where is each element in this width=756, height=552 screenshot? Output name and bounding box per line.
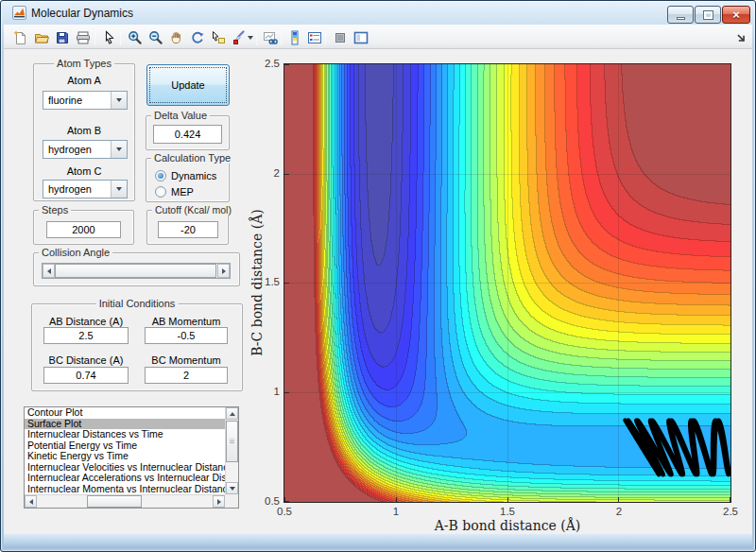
- colorbar-button[interactable]: [285, 28, 303, 46]
- atom-a-value: fluorine: [48, 95, 82, 106]
- cutoff-panel: Cutoff (Kcal/ mol) -20: [146, 210, 229, 245]
- print-icon: [76, 30, 91, 45]
- steps-title: Steps: [39, 204, 71, 216]
- show-plot-tools-button[interactable]: [352, 28, 369, 46]
- cutoff-field[interactable]: -20: [158, 221, 218, 238]
- scroll-up-button[interactable]: [226, 407, 238, 420]
- bc-distance-field[interactable]: 0.74: [43, 367, 129, 384]
- zoom-out-button[interactable]: [146, 28, 164, 46]
- zoom-in-button[interactable]: [126, 28, 144, 46]
- slider-left-arrow-button[interactable]: [43, 264, 55, 278]
- listbox-vertical-scrollbar[interactable]: [225, 407, 238, 494]
- atom-c-value: hydrogen: [48, 183, 92, 195]
- ab-distance-field[interactable]: 2.5: [43, 327, 129, 344]
- scroll-down-button[interactable]: [226, 482, 238, 494]
- x-tick-label: 2: [600, 506, 638, 517]
- print-button[interactable]: [74, 28, 92, 46]
- plot-type-listbox[interactable]: Contour PlotSurface PlotInternuclear Dis…: [24, 406, 239, 509]
- data-cursor-icon: [211, 30, 226, 45]
- listbox-horizontal-scrollbar[interactable]: [25, 494, 225, 508]
- scroll-right-button[interactable]: [213, 495, 225, 508]
- hide-plot-tools-icon: [333, 30, 348, 45]
- maximize-icon: [704, 11, 713, 19]
- pes-plot-axes[interactable]: [284, 63, 731, 503]
- dropdown-button[interactable]: [111, 181, 127, 198]
- link-plot-button[interactable]: [261, 28, 279, 46]
- dock-figure-icon: [734, 31, 747, 44]
- atom-b-dropdown[interactable]: hydrogen: [43, 140, 128, 159]
- dropdown-button[interactable]: [111, 141, 127, 158]
- list-item[interactable]: Kinetic Energy vs Time: [25, 451, 225, 462]
- list-item[interactable]: Potential Energy vs Time: [25, 440, 225, 452]
- ab-momentum-field[interactable]: -0.5: [145, 327, 228, 344]
- scroll-left-button[interactable]: [25, 495, 37, 508]
- horizontal-scroll-thumb[interactable]: [87, 495, 142, 508]
- collision-angle-slider[interactable]: [42, 263, 231, 279]
- bc-momentum-label: BC Momentum: [145, 354, 228, 366]
- atom-c-dropdown[interactable]: hydrogen: [43, 180, 128, 198]
- contour-plot-canvas[interactable]: [284, 64, 730, 502]
- colorbar-icon: [287, 30, 302, 45]
- update-button[interactable]: Update: [146, 64, 230, 106]
- dropdown-button[interactable]: [111, 92, 127, 109]
- atom-b-value: hydrogen: [48, 144, 92, 155]
- delta-value-panel: Delta Value 0.424: [146, 115, 230, 150]
- toolbar-separator: [325, 29, 326, 45]
- slider-thumb[interactable]: [55, 264, 216, 278]
- arrow-up-icon: [230, 412, 235, 416]
- window-bottom-border: [4, 534, 752, 548]
- chevron-down-icon: [116, 98, 122, 102]
- legend-icon: [307, 30, 322, 45]
- list-item[interactable]: Contour Plot: [25, 407, 225, 419]
- steps-field[interactable]: 2000: [46, 221, 121, 238]
- mep-radio[interactable]: [155, 186, 166, 198]
- y-tick-label: 0.5: [248, 495, 280, 507]
- atom-b-label: Atom B: [34, 125, 134, 136]
- new-file-button[interactable]: [11, 28, 29, 46]
- open-file-button[interactable]: [32, 28, 50, 46]
- x-tick-label: 1.5: [489, 506, 526, 517]
- collision-angle-title: Collision Angle: [39, 247, 112, 258]
- vertical-scroll-thumb[interactable]: [226, 421, 238, 462]
- brush-menu-button[interactable]: [245, 28, 255, 46]
- list-item[interactable]: Surface Plot: [25, 419, 225, 430]
- toolbar-separator: [281, 29, 282, 45]
- slider-right-arrow-button[interactable]: [217, 264, 230, 278]
- minimize-icon: [677, 17, 685, 20]
- list-item[interactable]: Internuclear Accelerations vs Internucle…: [25, 473, 225, 484]
- atom-types-title: Atom Types: [54, 58, 114, 69]
- dynamics-radio[interactable]: [155, 170, 166, 181]
- steps-panel: Steps 2000: [33, 210, 134, 245]
- brush-menu-caret-icon: [248, 36, 253, 40]
- list-item[interactable]: Internuclear Momenta vs Internuclear Dis…: [25, 484, 225, 495]
- x-tick-label: 0.5: [266, 506, 303, 517]
- save-button[interactable]: [53, 28, 71, 46]
- hide-plot-tools-button[interactable]: [331, 28, 349, 46]
- minimize-button[interactable]: [667, 6, 694, 24]
- x-axis-label: A-B bond distance (Å): [389, 518, 626, 533]
- atom-a-dropdown[interactable]: fluorine: [43, 91, 128, 110]
- pan-button[interactable]: [167, 28, 185, 46]
- rotate-3d-button[interactable]: [188, 28, 206, 46]
- toolbar-separator: [94, 29, 95, 45]
- arrow-down-icon: [230, 487, 235, 491]
- cutoff-title: Cutoff (Kcal/ mol): [152, 204, 234, 216]
- scrollbar-corner: [225, 494, 238, 508]
- dynamics-radio-label: Dynamics: [171, 170, 216, 181]
- link-plot-icon: [263, 30, 278, 45]
- legend-button[interactable]: [305, 28, 323, 46]
- y-tick-label: 2.5: [248, 58, 280, 69]
- dock-figure-button[interactable]: [731, 28, 749, 46]
- pointer-tool-button[interactable]: [100, 28, 118, 46]
- maximize-button[interactable]: [695, 6, 721, 24]
- listbox-items: Contour PlotSurface PlotInternuclear Dis…: [25, 407, 225, 494]
- data-cursor-button[interactable]: [209, 28, 227, 46]
- list-item[interactable]: Internuclear Velocities vs Internuclear …: [25, 462, 225, 474]
- close-button[interactable]: ×: [722, 6, 750, 24]
- list-item[interactable]: Internuclear Distances vs Time: [25, 429, 225, 440]
- delta-value-field[interactable]: 0.424: [153, 125, 222, 144]
- bc-momentum-field[interactable]: 2: [145, 367, 228, 384]
- open-folder-icon: [34, 30, 49, 45]
- calculation-type-title: Calculation Type: [151, 152, 233, 164]
- mep-radio-label: MEP: [171, 186, 194, 198]
